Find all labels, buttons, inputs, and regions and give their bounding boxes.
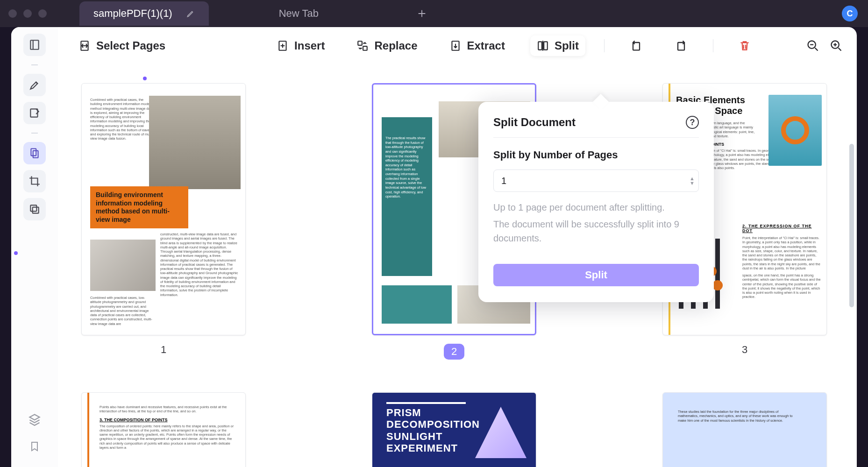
split-hint-line2: The document will be successfully split … xyxy=(493,217,699,245)
svg-rect-9 xyxy=(363,46,368,50)
thumbnails-panel-button[interactable] xyxy=(23,34,46,56)
page-number: 3 xyxy=(742,344,747,356)
close-window-button[interactable] xyxy=(8,9,17,18)
page-thumbnail-cell: These studies laid the foundation for th… xyxy=(662,392,827,467)
rename-tab-icon[interactable] xyxy=(186,9,195,18)
bookmark-button[interactable] xyxy=(29,440,40,453)
layers-button[interactable] xyxy=(28,413,41,426)
annotate-tool-button[interactable] xyxy=(23,102,46,124)
toolbar-label: Select Pages xyxy=(96,39,165,52)
window-controls xyxy=(8,9,47,18)
thumb-heading: Building environment information modelin… xyxy=(90,186,188,228)
select-pages-button[interactable]: Select Pages xyxy=(72,35,172,56)
maximize-window-button[interactable] xyxy=(38,9,47,18)
toolbar-divider xyxy=(604,39,605,52)
avatar-initial: C xyxy=(847,9,853,19)
page-thumbnail[interactable]: PRISM DECOMPOSITION SUNLIGHT EXPERIMENT xyxy=(372,392,536,467)
thumb-text: Points also have dominant and recessive … xyxy=(100,405,234,414)
highlighter-tool-button[interactable] xyxy=(23,74,46,96)
left-sidebar xyxy=(11,27,58,467)
insert-button[interactable]: Insert xyxy=(270,35,331,56)
thumbnails-grid: Combined with practical cases, the build… xyxy=(81,83,838,467)
toolbar-divider xyxy=(713,39,713,52)
split-document-popover: Split Document ? Split by Number of Page… xyxy=(478,102,714,302)
split-mode-label: Split by Number of Pages xyxy=(493,149,699,161)
add-tab-button[interactable] xyxy=(417,8,427,19)
page-thumbnail[interactable]: Points also have dominant and recessive … xyxy=(81,392,246,467)
thumb-text: The practical results show that through … xyxy=(382,117,432,276)
zoom-out-button[interactable] xyxy=(806,39,819,52)
toolbar-label: Insert xyxy=(294,39,325,52)
tabs-region: samplePDF(1)(1) New Tab xyxy=(79,0,427,27)
svg-rect-5 xyxy=(33,207,39,213)
replace-button[interactable]: Replace xyxy=(350,35,424,56)
thumb-decor-bar xyxy=(386,402,466,404)
rotate-right-button[interactable] xyxy=(668,35,694,56)
tab-active[interactable]: samplePDF(1)(1) xyxy=(79,1,209,26)
page-number-selected: 2 xyxy=(444,344,464,360)
page-toolbar: Select Pages Insert Replace Extract Spli… xyxy=(58,27,857,64)
thumb-accent-stripe xyxy=(87,393,89,467)
tab-new[interactable]: New Tab xyxy=(265,1,333,26)
sidebar-divider xyxy=(31,133,38,134)
tab-label: New Tab xyxy=(279,7,319,20)
thumb-text: The composition of ordered points: here … xyxy=(100,424,234,450)
toolbar-label: Replace xyxy=(374,39,417,52)
thumb-subheading: 3. THE COMPOSITION OF POINTS xyxy=(100,417,240,422)
main-window: Select Pages Insert Replace Extract Spli… xyxy=(11,27,857,467)
stepper-value: 1 xyxy=(501,176,506,186)
page-thumbnail-cell: Points also have dominant and recessive … xyxy=(81,392,246,467)
thumbnails-area[interactable]: Combined with practical cases, the build… xyxy=(58,64,857,467)
sidebar-active-indicator xyxy=(14,251,18,255)
content-area: Select Pages Insert Replace Extract Spli… xyxy=(58,27,857,467)
tab-label: samplePDF(1)(1) xyxy=(93,7,172,20)
page-organizer-button[interactable] xyxy=(23,142,46,164)
thumb-text: These studies laid the foundation for th… xyxy=(678,410,798,423)
toolbar-label: Extract xyxy=(467,39,505,52)
thumb-text: constructed, multi-view image data are f… xyxy=(160,232,240,297)
user-avatar[interactable]: C xyxy=(842,6,858,21)
thumb-subheading: 2. THE EXPRESSION OF THE DOT xyxy=(742,224,822,233)
thumb-background xyxy=(663,393,826,467)
split-hint-line1: Up to 1 page per document after splittin… xyxy=(493,200,699,214)
thumb-image-placeholder xyxy=(149,96,241,189)
stepper-down-icon[interactable]: ▼ xyxy=(690,181,695,185)
page-thumbnail[interactable]: These studies laid the foundation for th… xyxy=(662,392,827,467)
page-thumbnail-cell: PRISM DECOMPOSITION SUNLIGHT EXPERIMENT xyxy=(372,392,536,467)
split-confirm-button[interactable]: Split xyxy=(493,264,699,286)
vertical-scrollbar[interactable] xyxy=(849,144,854,307)
crop-tool-button[interactable] xyxy=(23,170,46,192)
rotate-left-button[interactable] xyxy=(623,35,649,56)
popover-title: Split Document xyxy=(493,116,576,129)
thumb-image-placeholder xyxy=(768,95,822,166)
svg-rect-8 xyxy=(358,41,363,45)
page-thumbnail[interactable]: Combined with practical cases, the build… xyxy=(81,83,246,335)
page-number: 1 xyxy=(161,344,166,356)
thumb-text: Combined with practical cases, the build… xyxy=(90,98,156,141)
split-button[interactable]: Split xyxy=(530,35,585,56)
thumb-image-placeholder xyxy=(90,240,156,291)
toolbar-label: Split xyxy=(555,39,579,52)
thumb-text: Point, the interpretation of "Ci Hai" is… xyxy=(742,236,822,270)
svg-rect-0 xyxy=(30,40,38,50)
pages-per-split-stepper[interactable]: 1 ▲ ▼ xyxy=(493,170,699,192)
help-icon[interactable]: ? xyxy=(686,116,699,129)
svg-rect-4 xyxy=(30,205,36,211)
redact-tool-button[interactable] xyxy=(23,198,46,220)
thumb-text: Combined with practical cases, low-altit… xyxy=(90,296,156,326)
page-thumbnail-cell: Combined with practical cases, the build… xyxy=(81,83,246,360)
thumb-text: space, on the one hand, the point has a … xyxy=(742,273,822,299)
thumb-image-placeholder xyxy=(382,285,452,324)
zoom-in-button[interactable] xyxy=(830,39,843,52)
minimize-window-button[interactable] xyxy=(23,9,32,18)
sidebar-divider xyxy=(31,64,38,65)
thumb-heading: PRISM DECOMPOSITION SUNLIGHT EXPERIMENT xyxy=(386,407,480,454)
extract-button[interactable]: Extract xyxy=(443,35,512,56)
svg-point-24 xyxy=(712,280,723,290)
title-bar: samplePDF(1)(1) New Tab C xyxy=(0,0,868,27)
svg-rect-11 xyxy=(538,42,542,50)
delete-page-button[interactable] xyxy=(732,36,757,56)
svg-rect-12 xyxy=(544,42,548,50)
